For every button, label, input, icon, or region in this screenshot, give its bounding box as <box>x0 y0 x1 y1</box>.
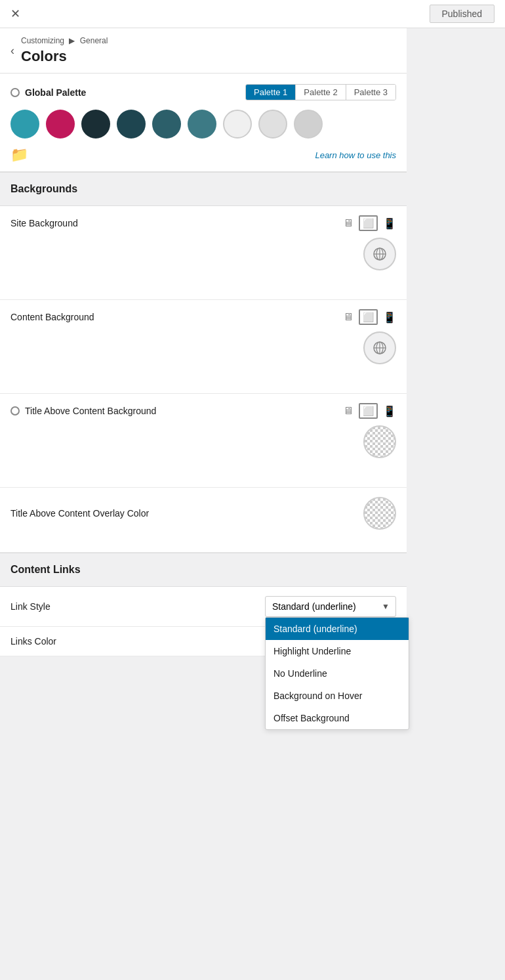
link-style-dropdown-wrapper: Standard (underline) Highlight Underline… <box>265 596 396 617</box>
content-bg-color-btn[interactable] <box>363 331 396 364</box>
swatch-light2[interactable] <box>258 110 287 138</box>
desktop-icon-content[interactable]: 🖥 <box>343 311 354 323</box>
swatch-light3[interactable] <box>294 110 323 138</box>
close-icon[interactable]: ✕ <box>10 7 20 21</box>
globe-icon-site <box>373 247 387 261</box>
breadcrumb-bar: ‹ Customizing ▶ General Colors <box>0 28 407 74</box>
swatch-pink[interactable] <box>46 110 75 138</box>
swatch-dark4[interactable] <box>188 110 216 138</box>
tablet-icon-site[interactable]: ⬜ <box>359 215 378 231</box>
title-overlay-header: Title Above Content Overlay Color <box>10 497 396 530</box>
option-standard-underline[interactable]: Standard (underline) <box>266 618 409 640</box>
tablet-icon-title[interactable]: ⬜ <box>359 403 378 419</box>
device-icons-title: 🖥 ⬜ 📱 <box>343 403 396 419</box>
mobile-icon-title[interactable]: 📱 <box>383 405 396 417</box>
option-highlight-underline[interactable]: Highlight Underline <box>266 640 409 662</box>
content-background-header: Content Background 🖥 ⬜ 📱 <box>10 309 396 325</box>
page-title: Colors <box>21 45 108 65</box>
mobile-icon-content[interactable]: 📱 <box>383 311 396 324</box>
back-arrow-icon[interactable]: ‹ <box>10 44 14 58</box>
title-above-radio[interactable] <box>10 406 20 415</box>
site-background-row: Site Background 🖥 ⬜ 📱 <box>0 206 407 300</box>
desktop-icon-title[interactable]: 🖥 <box>343 405 354 417</box>
desktop-icon-site[interactable]: 🖥 <box>343 217 354 229</box>
link-style-select[interactable]: Standard (underline) Highlight Underline… <box>265 596 396 617</box>
option-bg-hover[interactable]: Background on Hover <box>266 685 409 707</box>
title-overlay-label: Title Above Content Overlay Color <box>10 508 149 519</box>
learn-link[interactable]: Learn how to use this <box>315 150 396 160</box>
site-bg-color-btn[interactable] <box>363 238 396 270</box>
swatch-dark2[interactable] <box>117 110 146 138</box>
palette-radio-icon[interactable] <box>10 88 20 97</box>
palette-tabs: Palette 1 Palette 2 Palette 3 <box>245 84 396 100</box>
content-background-label: Content Background <box>10 312 94 322</box>
tablet-icon-content[interactable]: ⬜ <box>359 309 378 325</box>
site-background-label: Site Background <box>10 218 78 228</box>
option-no-underline[interactable]: No Underline <box>266 662 409 685</box>
title-above-content-header: Title Above Content Background 🖥 ⬜ 📱 <box>10 403 396 419</box>
global-palette-section: Global Palette Palette 1 Palette 2 Palet… <box>0 74 407 172</box>
title-above-content-row: Title Above Content Background 🖥 ⬜ 📱 <box>0 394 407 488</box>
link-style-label: Link Style <box>10 596 51 612</box>
link-style-dropdown-menu: Standard (underline) Highlight Underline… <box>265 617 409 730</box>
palette-tab-2[interactable]: Palette 2 <box>296 85 346 100</box>
backgrounds-heading: Backgrounds <box>0 172 407 206</box>
option-offset-bg[interactable]: Offset Background <box>266 707 409 729</box>
title-above-color-btn[interactable] <box>363 425 396 458</box>
title-block: Customizing ▶ General Colors <box>21 36 108 65</box>
device-icons-content: 🖥 ⬜ 📱 <box>343 309 396 325</box>
site-bg-color-container <box>10 238 396 270</box>
mobile-icon-site[interactable]: 📱 <box>383 217 396 230</box>
swatch-teal[interactable] <box>10 110 39 138</box>
content-bg-color-container <box>10 331 396 364</box>
palette-label: Global Palette <box>10 87 86 98</box>
globe-icon-content <box>373 341 387 355</box>
breadcrumb: Customizing ▶ General <box>21 36 108 45</box>
palette-footer: 📁 Learn how to use this <box>10 146 396 163</box>
color-swatches <box>10 110 396 138</box>
folder-icon[interactable]: 📁 <box>10 146 28 163</box>
title-overlay-color-btn[interactable] <box>363 497 396 530</box>
title-above-label-group: Title Above Content Background <box>10 406 156 416</box>
sidebar-panel: ‹ Customizing ▶ General Colors Global Pa… <box>0 28 407 656</box>
title-above-label: Title Above Content Background <box>25 406 156 416</box>
device-icons-site: 🖥 ⬜ 📱 <box>343 215 396 231</box>
title-overlay-row: Title Above Content Overlay Color <box>0 488 407 553</box>
link-style-row: Link Style Standard (underline) Highligh… <box>0 587 407 627</box>
title-above-color-container <box>10 425 396 458</box>
palette-header: Global Palette Palette 1 Palette 2 Palet… <box>10 84 396 100</box>
top-bar: ✕ Published <box>0 0 505 28</box>
published-button[interactable]: Published <box>430 5 495 23</box>
content-background-row: Content Background 🖥 ⬜ 📱 <box>0 300 407 394</box>
links-color-label: Links Color <box>10 636 56 647</box>
content-links-heading: Content Links <box>0 553 407 587</box>
palette-tab-1[interactable]: Palette 1 <box>246 85 296 100</box>
title-overlay-color-container <box>363 497 396 530</box>
palette-tab-3[interactable]: Palette 3 <box>346 85 395 100</box>
site-background-header: Site Background 🖥 ⬜ 📱 <box>10 215 396 231</box>
swatch-dark1[interactable] <box>81 110 110 138</box>
swatch-light1[interactable] <box>223 110 252 138</box>
swatch-dark3[interactable] <box>152 110 181 138</box>
